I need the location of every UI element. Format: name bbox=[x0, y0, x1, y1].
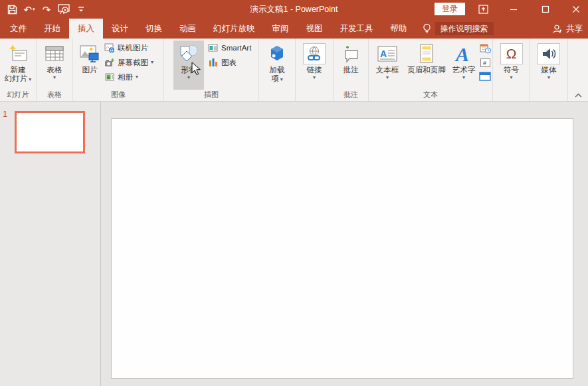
object-icon bbox=[479, 72, 491, 81]
picture-icon bbox=[79, 42, 100, 66]
header-footer-button[interactable]: 页眉和页脚 bbox=[403, 41, 450, 90]
new-slide-icon bbox=[7, 42, 29, 66]
minimize-icon bbox=[510, 5, 518, 13]
svg-text:#: # bbox=[483, 60, 486, 66]
dropdown-arrow-icon bbox=[386, 74, 389, 80]
symbol-icon: Ω bbox=[500, 42, 523, 66]
addins-button[interactable]: 加载 项 bbox=[260, 41, 294, 90]
group-slides: 新建 幻灯片 幻灯片 bbox=[0, 39, 37, 101]
slide-canvas[interactable] bbox=[111, 118, 573, 379]
group-label-symbols bbox=[493, 90, 530, 101]
table-icon bbox=[45, 42, 64, 66]
slide-thumbnail-1[interactable] bbox=[15, 111, 85, 153]
group-label-slides: 幻灯片 bbox=[0, 90, 36, 101]
dropdown-arrow-icon bbox=[547, 74, 550, 80]
dropdown-arrow-icon bbox=[53, 74, 56, 80]
workspace: 1 bbox=[0, 102, 588, 386]
close-button[interactable] bbox=[566, 0, 586, 19]
mouse-cursor bbox=[191, 62, 201, 76]
header-footer-label: 页眉和页脚 bbox=[407, 66, 446, 74]
lightbulb-icon bbox=[423, 23, 431, 35]
tell-me-area: 操作说明搜索 bbox=[423, 19, 494, 39]
smartart-label: SmartArt bbox=[221, 44, 251, 52]
album-label: 相册 bbox=[118, 72, 133, 82]
slide-editor bbox=[101, 102, 588, 386]
maximize-icon bbox=[541, 5, 549, 13]
title-bar: ↶▾ ↷ 演示文稿1 - PowerPoint 登录 bbox=[0, 0, 588, 19]
sign-in-button[interactable]: 登录 bbox=[435, 3, 465, 15]
tab-developer[interactable]: 开发工具 bbox=[332, 19, 382, 39]
smartart-button[interactable]: SmartArt bbox=[208, 42, 251, 54]
tab-animations[interactable]: 动画 bbox=[171, 19, 205, 39]
symbol-button[interactable]: Ω 符号 bbox=[495, 41, 528, 90]
header-footer-icon bbox=[418, 42, 435, 66]
chart-label: 图表 bbox=[221, 58, 237, 68]
dropdown-arrow-icon bbox=[136, 73, 138, 81]
group-label-comments: 批注 bbox=[334, 90, 368, 101]
group-symbols: Ω 符号 bbox=[493, 39, 530, 101]
online-pictures-label: 联机图片 bbox=[118, 43, 148, 53]
tab-design[interactable]: 设计 bbox=[103, 19, 137, 39]
text-icon-stack: # bbox=[478, 41, 492, 82]
group-label-images: 图像 bbox=[73, 90, 163, 101]
textbox-label: 文本框 bbox=[376, 66, 399, 74]
ribbon-display-options-button[interactable] bbox=[473, 0, 493, 19]
group-comments: 批注 批注 bbox=[334, 39, 369, 101]
group-illustrations: 形状 SmartArt bbox=[164, 39, 259, 101]
tab-review[interactable]: 审阅 bbox=[264, 19, 298, 39]
comment-icon bbox=[340, 42, 361, 66]
addins-label-1: 加载 bbox=[270, 66, 285, 74]
new-slide-label-1: 新建 bbox=[11, 66, 26, 74]
symbol-label: 符号 bbox=[504, 66, 519, 74]
window-title: 演示文稿1 - PowerPoint bbox=[0, 0, 588, 19]
dropdown-arrow-icon bbox=[462, 74, 465, 80]
share-label: 共享 bbox=[566, 23, 583, 35]
tab-file[interactable]: 文件 bbox=[1, 19, 35, 39]
tab-transitions[interactable]: 切换 bbox=[137, 19, 171, 39]
wordart-label: 艺术字 bbox=[452, 66, 476, 74]
tab-home[interactable]: 开始 bbox=[35, 19, 69, 39]
screenshot-icon bbox=[104, 58, 115, 67]
object-button[interactable] bbox=[478, 70, 492, 82]
chart-button[interactable]: 图表 bbox=[208, 56, 251, 68]
media-button[interactable]: 媒体 bbox=[532, 41, 565, 90]
group-text: A 文本框 页眉和页脚 bbox=[369, 39, 493, 101]
group-label-text: 文本 bbox=[369, 90, 492, 101]
addins-label-2: 项 bbox=[271, 74, 283, 84]
album-button[interactable]: 相册 bbox=[104, 71, 153, 83]
comment-button[interactable]: 批注 bbox=[335, 41, 367, 90]
online-pictures-button[interactable]: 联机图片 bbox=[104, 42, 153, 54]
tab-help[interactable]: 帮助 bbox=[382, 19, 416, 39]
wordart-button[interactable]: A 艺术字 bbox=[450, 41, 478, 90]
date-time-icon bbox=[480, 43, 491, 54]
screenshot-button[interactable]: 屏幕截图 bbox=[104, 56, 153, 68]
tab-slideshow[interactable]: 幻灯片放映 bbox=[205, 19, 264, 39]
tell-me-search[interactable]: 操作说明搜索 bbox=[435, 22, 494, 35]
person-add-icon bbox=[552, 24, 563, 34]
group-label-links bbox=[296, 90, 333, 101]
ribbon-spacer bbox=[568, 39, 588, 101]
smartart-icon bbox=[208, 43, 219, 52]
maximize-button[interactable] bbox=[536, 0, 555, 19]
new-slide-button[interactable]: 新建 幻灯片 bbox=[1, 41, 35, 90]
link-button[interactable]: 链接 bbox=[298, 41, 331, 90]
date-time-button[interactable] bbox=[478, 43, 492, 54]
omega-glyph: Ω bbox=[506, 46, 517, 62]
slide-thumbnail-panel[interactable]: 1 bbox=[0, 102, 101, 386]
dropdown-arrow-icon bbox=[313, 74, 316, 80]
slide-number-button[interactable]: # bbox=[478, 56, 492, 68]
share-button[interactable]: 共享 bbox=[552, 19, 583, 39]
chevron-up-icon bbox=[575, 93, 582, 98]
table-button[interactable]: 表格 bbox=[39, 41, 70, 90]
collapse-ribbon-button[interactable] bbox=[572, 90, 584, 100]
group-label-addins bbox=[259, 90, 295, 101]
textbox-button[interactable]: A 文本框 bbox=[371, 41, 403, 90]
tab-view[interactable]: 视图 bbox=[298, 19, 332, 39]
minimize-button[interactable] bbox=[504, 0, 524, 19]
wordart-icon: A bbox=[454, 42, 474, 66]
close-icon bbox=[572, 5, 580, 13]
picture-button[interactable]: 图片 bbox=[75, 41, 104, 90]
dropdown-arrow-icon bbox=[279, 74, 283, 82]
tab-insert[interactable]: 插入 bbox=[69, 19, 103, 39]
media-label: 媒体 bbox=[541, 66, 557, 74]
